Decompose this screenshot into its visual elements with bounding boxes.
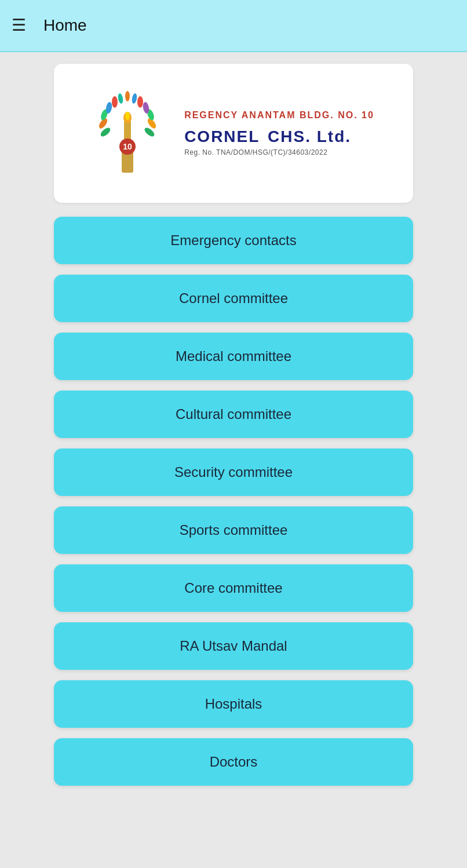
- menu-button-security-committee[interactable]: Security committee: [54, 448, 413, 496]
- menu-button-medical-committee[interactable]: Medical committee: [54, 333, 413, 380]
- menu-button-core-committee[interactable]: Core committee: [54, 564, 413, 612]
- menu-button-doctors[interactable]: Doctors: [54, 738, 413, 786]
- hamburger-menu-icon[interactable]: ☰: [12, 17, 26, 34]
- menu-button-sports-committee[interactable]: Sports committee: [54, 506, 413, 554]
- logo-inner: 10: [93, 86, 374, 181]
- logo-text: REGENCY ANANTAM BLDG. NO. 10 CORNEL CHS.…: [184, 110, 374, 156]
- logo-subtitle: REGENCY ANANTAM BLDG. NO. 10: [184, 110, 374, 121]
- menu-button-ra-utsav-mandal[interactable]: RA Utsav Mandal: [54, 622, 413, 670]
- svg-point-17: [125, 91, 130, 101]
- svg-point-3: [125, 112, 130, 120]
- svg-point-15: [137, 96, 143, 108]
- menu-button-cultural-committee[interactable]: Cultural committee: [54, 391, 413, 438]
- main-content: 10: [0, 52, 467, 803]
- logo-card: 10: [54, 64, 413, 203]
- svg-point-16: [118, 93, 124, 104]
- logo-main-title: CORNEL CHS. Ltd.: [184, 122, 374, 146]
- logo-reg-number: Reg. No. TNA/DOM/HSG/(TC)/34603/2022: [184, 148, 374, 156]
- svg-point-10: [112, 96, 118, 108]
- logo-tree-icon: 10: [93, 86, 174, 181]
- svg-text:10: 10: [123, 142, 132, 151]
- app-header: ☰ Home: [0, 0, 467, 52]
- svg-point-18: [132, 93, 138, 104]
- page-title: Home: [43, 16, 87, 35]
- menu-button-hospitals[interactable]: Hospitals: [54, 680, 413, 728]
- menu-button-emergency-contacts[interactable]: Emergency contacts: [54, 217, 413, 264]
- menu-button-cornel-committee[interactable]: Cornel committee: [54, 275, 413, 322]
- menu-buttons-container: Emergency contactsCornel committeeMedica…: [54, 217, 413, 786]
